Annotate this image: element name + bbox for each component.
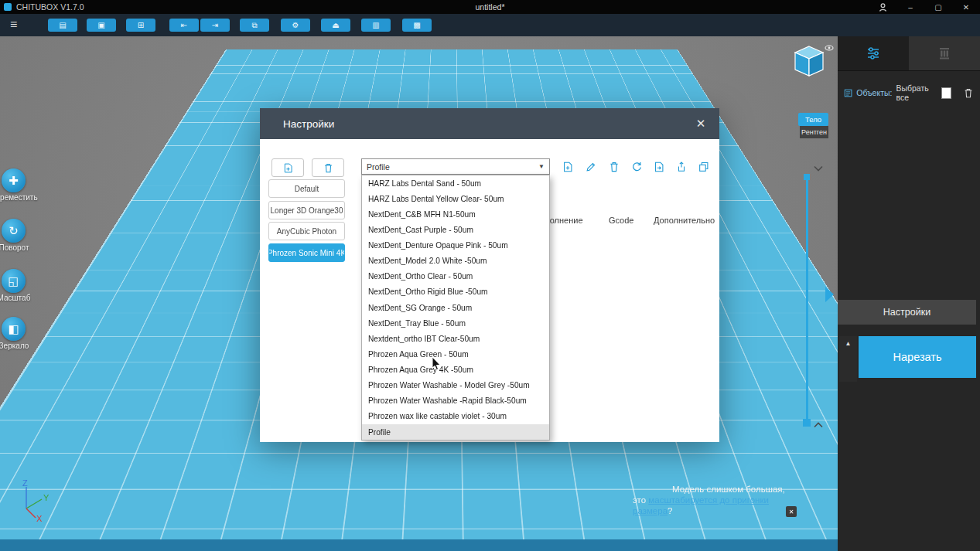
profile-option[interactable]: Phrozen Aqua Grey 4K -50um bbox=[362, 362, 549, 378]
dialog-title: Настройки bbox=[283, 118, 334, 130]
toast-close-button[interactable]: ✕ bbox=[786, 506, 797, 517]
build-plate-front-edge bbox=[0, 539, 838, 551]
reset-profile-button[interactable] bbox=[629, 159, 644, 175]
support-button[interactable]: ⚙ bbox=[281, 19, 310, 32]
save-icon: ▣ bbox=[97, 22, 104, 29]
add-machine-button[interactable] bbox=[271, 158, 304, 177]
account-button[interactable] bbox=[869, 0, 896, 14]
scale-tool-button[interactable]: ◱ bbox=[2, 269, 26, 293]
move-tool-button[interactable]: ✚ bbox=[2, 168, 26, 192]
chevron-up-icon[interactable] bbox=[813, 422, 824, 428]
toast-line2: это масштабируется до пригонки bbox=[633, 495, 769, 505]
profile-dropdown-list: HARZ Labs Dental Sand - 50um HARZ Labs D… bbox=[361, 175, 550, 440]
profile-option[interactable]: NextDent_Tray Blue - 50um bbox=[362, 315, 549, 331]
view-cube-widget[interactable] bbox=[787, 40, 837, 85]
rotate-icon: ↻ bbox=[9, 224, 19, 238]
scale-icon: ◱ bbox=[8, 274, 19, 288]
open-file-button[interactable]: ▤ bbox=[48, 19, 77, 32]
tab-supports[interactable] bbox=[909, 36, 980, 70]
profile-dropdown-value: Profile bbox=[367, 162, 390, 172]
machine-default[interactable]: Default bbox=[268, 179, 345, 198]
profile-dropdown[interactable]: Profile ▼ bbox=[361, 158, 550, 175]
minimize-button[interactable]: – bbox=[896, 0, 924, 14]
hollow-button[interactable]: ▥ bbox=[361, 19, 391, 32]
dialog-body: Default Longer 3D Orange30 AnyCubic Phot… bbox=[260, 139, 719, 442]
profile-option[interactable]: Phrozen wax like castable violet - 30um bbox=[362, 409, 549, 424]
delete-objects-button[interactable] bbox=[963, 87, 974, 99]
clone-button[interactable]: ⧉ bbox=[240, 19, 269, 32]
profile-option[interactable]: Nextdent_ortho IBT Clear-50um bbox=[362, 331, 549, 346]
save-file-button[interactable]: ▣ bbox=[87, 19, 116, 32]
profile-option[interactable]: Phrozen Water Washable - Model Grey -50u… bbox=[362, 378, 549, 393]
slice-spin-button[interactable]: ▲ bbox=[839, 336, 857, 382]
undo-button[interactable]: ⇤ bbox=[169, 19, 199, 32]
move-icon: ✚ bbox=[9, 174, 19, 188]
maximize-button[interactable]: ▢ bbox=[924, 0, 952, 14]
slice-button[interactable]: Нарезать bbox=[859, 336, 976, 378]
body-view-button[interactable]: Тело bbox=[798, 113, 828, 126]
profile-option[interactable]: Phrozen Aqua Green - 50um bbox=[362, 346, 549, 362]
panel-collapse-arrow[interactable] bbox=[825, 287, 834, 302]
delete-machine-button[interactable] bbox=[312, 158, 344, 177]
document-plus-icon bbox=[562, 161, 574, 173]
layer-slider-top-handle[interactable] bbox=[804, 174, 810, 180]
profile-option[interactable]: Phrozen Water Washable -Rapid Black-50um bbox=[362, 393, 549, 409]
layer-slider[interactable] bbox=[806, 177, 808, 419]
scale-to-fit-link-2[interactable]: размера bbox=[633, 506, 668, 515]
machine-longer-orange30[interactable]: Longer 3D Orange30 bbox=[268, 201, 345, 219]
xray-view-button[interactable]: Рентген bbox=[800, 126, 828, 138]
panel-settings-button[interactable]: Настройки bbox=[838, 300, 976, 325]
machine-anycubic-photon[interactable]: AnyCubic Photon bbox=[268, 222, 345, 240]
support-icon: ⚙ bbox=[292, 22, 299, 29]
export-profile-button[interactable] bbox=[674, 159, 689, 175]
window-controls: – ▢ ✕ bbox=[869, 0, 980, 14]
profile-option-highlighted[interactable]: Profile bbox=[362, 424, 549, 440]
tab-gcode[interactable]: Gcode bbox=[609, 216, 633, 225]
import-profile-button[interactable] bbox=[651, 159, 667, 175]
axis-y-label: Y bbox=[43, 493, 50, 502]
tab-advanced[interactable]: Дополнительно bbox=[654, 216, 715, 225]
select-all-checkbox[interactable] bbox=[941, 87, 951, 99]
delete-profile-button[interactable] bbox=[606, 159, 622, 175]
menu-button[interactable]: ≡ bbox=[10, 17, 17, 32]
export-button[interactable]: ⊞ bbox=[126, 19, 155, 32]
profile-option[interactable]: NextDent_Ortho Rigid Blue -50um bbox=[362, 284, 549, 300]
redo-icon: ⇥ bbox=[212, 22, 218, 29]
profile-option[interactable]: NextDent_Ortho Clear - 50um bbox=[362, 269, 549, 284]
copy-profile-button[interactable] bbox=[696, 159, 712, 175]
profile-option[interactable]: HARZ Labs Dental Yellow Clear- 50um bbox=[362, 191, 549, 206]
rotate-tool-button[interactable]: ↻ bbox=[2, 219, 26, 243]
dropdown-arrow-icon: ▼ bbox=[538, 163, 545, 170]
right-panel: Объекты: Выбрать все Настройки ▲ Нарезат… bbox=[838, 36, 980, 551]
trash-icon bbox=[608, 161, 620, 173]
dialog-header[interactable]: Настройки ✕ bbox=[260, 108, 719, 139]
add-profile-button[interactable] bbox=[560, 159, 575, 175]
edit-profile-button[interactable] bbox=[583, 159, 599, 175]
scale-to-fit-link[interactable]: масштабируется до пригонки bbox=[648, 495, 769, 505]
mirror-tool-button[interactable]: ◧ bbox=[2, 317, 26, 341]
tab-settings[interactable] bbox=[838, 36, 909, 70]
eject-button[interactable]: ⏏ bbox=[321, 19, 350, 32]
lock-icon: ▩ bbox=[413, 22, 420, 29]
rotate-tool-label: Поворот bbox=[0, 243, 39, 252]
profile-option[interactable]: NextDent_Model 2.0 White -50um bbox=[362, 253, 549, 269]
profile-option[interactable]: NextDent_SG Orange - 50um bbox=[362, 300, 549, 315]
redo-button[interactable]: ⇥ bbox=[200, 19, 230, 32]
lock-button[interactable]: ▩ bbox=[402, 19, 432, 32]
profile-option[interactable]: HARZ Labs Dental Sand - 50um bbox=[362, 175, 549, 191]
close-button[interactable]: ✕ bbox=[952, 0, 980, 14]
profile-option[interactable]: NextDent_C&B MFH N1-50um bbox=[362, 206, 549, 222]
scale-tool-label: Масштаб bbox=[0, 294, 39, 302]
trash-icon bbox=[323, 162, 334, 174]
profile-option[interactable]: NextDent_Denture Opaque Pink - 50um bbox=[362, 238, 549, 253]
undo-icon: ⇤ bbox=[181, 22, 187, 29]
profile-option[interactable]: NextDent_Cast Purple - 50um bbox=[362, 222, 549, 237]
refresh-icon bbox=[630, 161, 643, 173]
axis-z-label: Z bbox=[22, 478, 28, 488]
machine-phrozen-sonic-mini-4k[interactable]: Phrozen Sonic Mini 4K bbox=[268, 243, 345, 262]
toast-line3-suffix: ? bbox=[668, 506, 672, 515]
dialog-close-button[interactable]: ✕ bbox=[693, 116, 709, 131]
layer-slider-bottom-handle[interactable] bbox=[803, 419, 811, 427]
chevron-down-icon[interactable] bbox=[813, 165, 824, 172]
objects-list-icon bbox=[844, 88, 852, 98]
